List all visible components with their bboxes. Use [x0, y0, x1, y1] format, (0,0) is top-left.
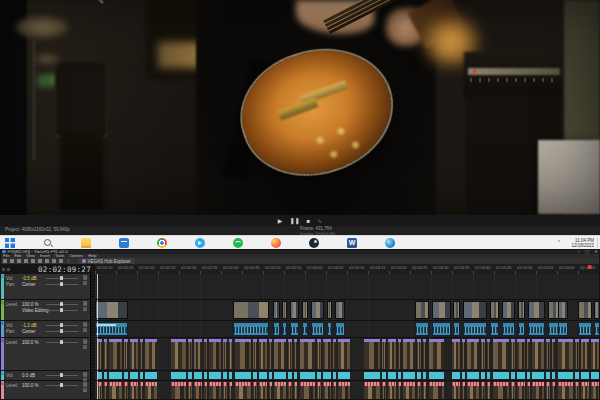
cut-icon[interactable]: [31, 259, 35, 263]
audio-event[interactable]: [490, 322, 499, 336]
audio-event[interactable]: [290, 322, 299, 336]
video-event[interactable]: [274, 339, 286, 369]
video-event[interactable]: [462, 339, 465, 369]
audio-event[interactable]: [302, 322, 308, 336]
audio-event[interactable]: [259, 372, 267, 379]
audio-event[interactable]: [429, 372, 444, 379]
mute-button[interactable]: M: [83, 372, 88, 377]
video-event[interactable]: [188, 382, 192, 399]
audio-event[interactable]: [335, 322, 345, 336]
paste-icon[interactable]: [45, 259, 49, 263]
video-event[interactable]: [417, 382, 421, 399]
track-header-4[interactable]: 4Level:100.0 %MS: [0, 338, 95, 370]
video-event[interactable]: [453, 301, 460, 319]
video-event[interactable]: [290, 301, 299, 319]
video-event[interactable]: [490, 301, 499, 319]
audio-event[interactable]: [382, 372, 386, 379]
audio-event[interactable]: [98, 372, 102, 379]
video-event[interactable]: [487, 339, 490, 369]
audio-event[interactable]: [415, 322, 429, 336]
track-header-1[interactable]: 1Vol:-0.5 dBPan:CenterMS: [0, 274, 95, 299]
redo-icon[interactable]: [59, 259, 63, 263]
video-event[interactable]: [511, 339, 515, 369]
video-event[interactable]: [463, 301, 487, 319]
audio-event[interactable]: [502, 322, 515, 336]
track-slider[interactable]: [46, 331, 78, 332]
video-event[interactable]: [388, 382, 396, 399]
video-event[interactable]: [188, 339, 192, 369]
audio-event[interactable]: [423, 372, 426, 379]
audio-event[interactable]: [288, 372, 292, 379]
video-event[interactable]: [204, 339, 207, 369]
audio-event[interactable]: [188, 372, 192, 379]
track-header-3[interactable]: 3Vol:-1.2 dBPan:CenterMS: [0, 321, 95, 337]
pause-button[interactable]: ❚❚: [289, 218, 299, 224]
video-event[interactable]: [467, 339, 479, 369]
audio-event[interactable]: [124, 372, 128, 379]
audio-event[interactable]: [463, 322, 487, 336]
video-event[interactable]: [403, 339, 415, 369]
video-event[interactable]: [98, 339, 102, 369]
track-lane-3[interactable]: [95, 321, 600, 337]
solo-button[interactable]: S: [83, 388, 88, 393]
audio-event[interactable]: [269, 372, 272, 379]
video-event[interactable]: [481, 339, 485, 369]
undo-icon[interactable]: [52, 259, 56, 263]
video-event[interactable]: [528, 301, 545, 319]
video-event[interactable]: [253, 382, 257, 399]
audio-event[interactable]: [235, 372, 251, 379]
video-event[interactable]: [302, 301, 308, 319]
video-event[interactable]: [311, 301, 324, 319]
video-event[interactable]: [432, 301, 451, 319]
video-event[interactable]: [259, 339, 267, 369]
project-properties-icon[interactable]: [24, 259, 28, 263]
audio-event[interactable]: [493, 372, 509, 379]
video-event[interactable]: [333, 339, 336, 369]
video-event[interactable]: [124, 339, 128, 369]
audio-event[interactable]: [546, 372, 550, 379]
video-event[interactable]: [546, 339, 550, 369]
audio-event[interactable]: [462, 372, 465, 379]
word-icon[interactable]: W: [347, 238, 357, 248]
video-event[interactable]: [273, 301, 280, 319]
video-event[interactable]: [452, 382, 460, 399]
file-explorer-icon[interactable]: [81, 238, 91, 248]
audio-event[interactable]: [294, 372, 297, 379]
video-event[interactable]: [130, 339, 138, 369]
mute-button[interactable]: M: [83, 382, 88, 387]
track-header-2[interactable]: 2Level:100.0 %Video EditingMS: [0, 300, 95, 320]
video-event[interactable]: [527, 382, 530, 399]
audio-event[interactable]: [453, 322, 460, 336]
video-event[interactable]: [415, 301, 429, 319]
audio-event[interactable]: [575, 372, 579, 379]
video-event[interactable]: [317, 382, 321, 399]
audio-event[interactable]: [388, 372, 396, 379]
search-icon[interactable]: [43, 238, 53, 248]
video-event[interactable]: [171, 382, 186, 399]
audio-event[interactable]: [511, 372, 515, 379]
video-event[interactable]: [95, 301, 128, 319]
video-event[interactable]: [333, 382, 336, 399]
video-event[interactable]: [209, 339, 221, 369]
audio-event[interactable]: [364, 372, 380, 379]
video-event[interactable]: [300, 382, 315, 399]
audio-event[interactable]: [300, 372, 315, 379]
video-event[interactable]: [130, 382, 138, 399]
video-event[interactable]: [429, 339, 444, 369]
video-event[interactable]: [294, 339, 297, 369]
audio-event[interactable]: [532, 372, 544, 379]
video-event[interactable]: [335, 301, 345, 319]
chrome-icon[interactable]: [157, 238, 167, 248]
audio-event[interactable]: [274, 372, 286, 379]
video-event[interactable]: [493, 339, 509, 369]
audio-event[interactable]: [145, 372, 157, 379]
video-event[interactable]: [364, 382, 380, 399]
video-event[interactable]: [145, 339, 157, 369]
track-slider[interactable]: [46, 385, 78, 386]
audio-event[interactable]: [487, 372, 490, 379]
video-event[interactable]: [558, 339, 573, 369]
video-event[interactable]: [233, 301, 269, 319]
mute-button[interactable]: M: [83, 275, 88, 280]
video-event[interactable]: [575, 339, 579, 369]
video-event[interactable]: [259, 382, 267, 399]
